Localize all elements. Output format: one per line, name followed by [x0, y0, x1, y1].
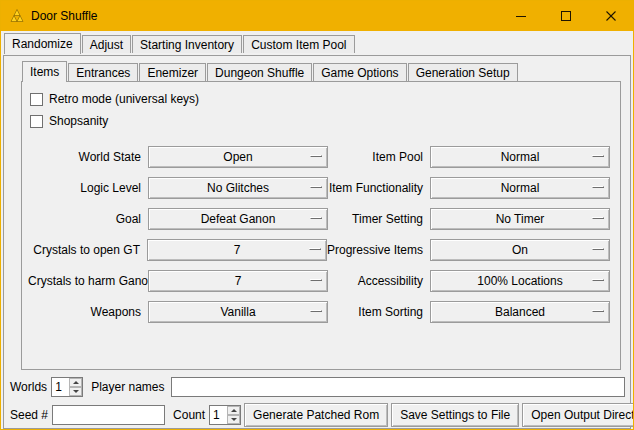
tab-randomize[interactable]: Randomize [4, 33, 81, 54]
item-functionality-label: Item Functionality [329, 181, 430, 195]
items-panel: Retro mode (universal keys) Shopsanity W… [21, 81, 621, 370]
app-icon [9, 8, 25, 24]
goal-dropdown[interactable]: Defeat Ganon [148, 208, 328, 230]
tab-game-options[interactable]: Game Options [313, 63, 406, 81]
timer-setting-value: No Timer [496, 212, 545, 226]
form-row: Goal Defeat Ganon Timer Setting No Timer [22, 203, 620, 234]
spin-up-button[interactable] [227, 406, 240, 415]
tab-dungeon-shuffle[interactable]: Dungeon Shuffle [207, 63, 312, 81]
logic-level-label: Logic Level [28, 181, 148, 195]
minimize-button[interactable] [498, 1, 543, 31]
seed-label: Seed # [10, 408, 52, 422]
form-row: Crystals to open GT 7 Progressive Items … [22, 234, 620, 265]
checkbox-group: Retro mode (universal keys) Shopsanity [22, 82, 620, 132]
crystals-gt-label: Crystals to open GT [28, 243, 147, 257]
worlds-value: 1 [52, 378, 69, 396]
tab-enemizer[interactable]: Enemizer [139, 63, 206, 81]
form-row: World State Open Item Pool Normal [22, 141, 620, 172]
spinner-arrows [227, 406, 240, 424]
dropdown-indicator-icon [592, 186, 604, 188]
caption-buttons [498, 1, 633, 31]
window-body: Randomize Adjust Starting Inventory Cust… [1, 33, 633, 430]
dropdown-indicator-icon [310, 186, 322, 188]
form-row: Weapons Vanilla Item Sorting Balanced [22, 296, 620, 327]
dropdown-indicator-icon [592, 248, 604, 250]
outer-tab-bar: Randomize Adjust Starting Inventory Cust… [4, 33, 633, 53]
accessibility-label: Accessibility [358, 274, 430, 288]
dropdown-indicator-icon [310, 155, 322, 157]
crystals-gt-value: 7 [234, 243, 241, 257]
timer-setting-label: Timer Setting [352, 212, 430, 226]
item-sorting-label: Item Sorting [358, 305, 430, 319]
window-title: Door Shuffle [31, 9, 98, 23]
worlds-label: Worlds [10, 380, 51, 394]
progressive-items-value: On [512, 243, 528, 257]
logic-level-value: No Glitches [207, 181, 269, 195]
tab-generation-setup[interactable]: Generation Setup [408, 63, 518, 81]
randomize-panel: Items Entrances Enemizer Dungeon Shuffle… [3, 55, 631, 429]
count-spinbox[interactable]: 1 [209, 405, 241, 425]
open-output-directory-button[interactable]: Open Output Directory [522, 403, 634, 427]
goal-label: Goal [28, 212, 148, 226]
world-state-value: Open [223, 150, 252, 164]
item-sorting-value: Balanced [495, 305, 545, 319]
tab-starting-inventory[interactable]: Starting Inventory [132, 35, 242, 53]
worlds-row: Worlds 1 Player names [10, 376, 625, 398]
player-names-label: Player names [91, 380, 168, 394]
spin-down-button[interactable] [69, 387, 82, 396]
crystals-gt-dropdown[interactable]: 7 [147, 239, 327, 261]
retro-mode-label: Retro mode (universal keys) [49, 92, 199, 106]
arrow-down-icon [231, 418, 237, 421]
crystals-ganon-label: Crystals to harm Ganon [28, 274, 148, 288]
close-icon [606, 11, 616, 21]
dropdown-indicator-icon [592, 279, 604, 281]
maximize-button[interactable] [543, 1, 588, 31]
shopsanity-label: Shopsanity [49, 114, 108, 128]
dropdown-indicator-icon [592, 310, 604, 312]
progressive-items-dropdown[interactable]: On [430, 239, 610, 261]
crystals-ganon-dropdown[interactable]: 7 [148, 270, 328, 292]
close-button[interactable] [588, 1, 633, 31]
player-names-input[interactable] [171, 377, 626, 397]
form-row: Logic Level No Glitches Item Functionali… [22, 172, 620, 203]
app-window: Door Shuffle Randomize Adjust Starting I… [0, 0, 634, 430]
accessibility-dropdown[interactable]: 100% Locations [430, 270, 610, 292]
tab-custom-item-pool[interactable]: Custom Item Pool [243, 35, 354, 53]
logic-level-dropdown[interactable]: No Glitches [148, 177, 328, 199]
timer-setting-dropdown[interactable]: No Timer [430, 208, 610, 230]
shopsanity-checkbox[interactable] [30, 115, 43, 128]
arrow-up-icon [73, 381, 79, 384]
retro-mode-checkbox[interactable] [30, 93, 43, 106]
dropdown-indicator-icon [592, 217, 604, 219]
seed-input[interactable] [52, 405, 165, 425]
settings-form: World State Open Item Pool Normal [22, 141, 620, 327]
item-pool-label: Item Pool [372, 150, 430, 164]
spinner-arrows [69, 378, 82, 396]
titlebar: Door Shuffle [1, 1, 633, 31]
generate-patched-rom-button[interactable]: Generate Patched Rom [244, 403, 388, 427]
accessibility-value: 100% Locations [477, 274, 562, 288]
tab-adjust[interactable]: Adjust [82, 35, 131, 53]
count-value: 1 [210, 406, 227, 424]
save-settings-button[interactable]: Save Settings to File [391, 403, 519, 427]
count-label: Count [173, 408, 209, 422]
worlds-spinbox[interactable]: 1 [51, 377, 83, 397]
arrow-up-icon [231, 409, 237, 412]
spin-down-button[interactable] [227, 415, 240, 424]
item-functionality-dropdown[interactable]: Normal [430, 177, 610, 199]
item-functionality-value: Normal [501, 181, 540, 195]
item-sorting-dropdown[interactable]: Balanced [430, 301, 610, 323]
tab-items[interactable]: Items [22, 61, 67, 82]
dropdown-indicator-icon [309, 248, 321, 250]
item-pool-dropdown[interactable]: Normal [430, 146, 610, 168]
world-state-dropdown[interactable]: Open [148, 146, 328, 168]
tab-entrances[interactable]: Entrances [68, 63, 138, 81]
progressive-items-label: Progressive Items [327, 243, 430, 257]
arrow-down-icon [73, 390, 79, 393]
weapons-dropdown[interactable]: Vanilla [148, 301, 328, 323]
spin-up-button[interactable] [69, 378, 82, 387]
shopsanity-checkbox-row[interactable]: Shopsanity [30, 110, 620, 132]
retro-mode-checkbox-row[interactable]: Retro mode (universal keys) [30, 88, 620, 110]
seed-row: Seed # Count 1 Generate Patched Rom Save… [10, 403, 625, 427]
world-state-label: World State [28, 150, 148, 164]
